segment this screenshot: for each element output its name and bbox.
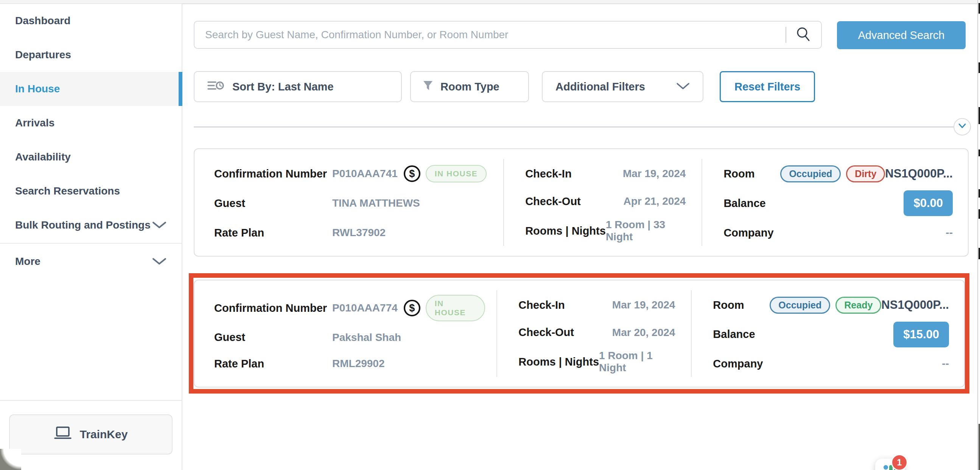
- card-room-column: Room Occupied Ready NS1Q000P... Balance …: [692, 280, 964, 387]
- housekeeping-badge: Ready: [835, 297, 881, 314]
- sidebar-item-availability[interactable]: Availability: [0, 140, 181, 174]
- chevron-down-icon: [152, 257, 167, 266]
- edge-fragment: [978, 248, 980, 259]
- guest-name: Pakshal Shah: [332, 331, 401, 344]
- sidebar-item-label: Bulk Routing and Postings: [15, 219, 151, 231]
- company-value: --: [942, 358, 949, 370]
- occupancy-badge: Occupied: [770, 297, 830, 314]
- trainkey-label: TrainKey: [80, 428, 128, 441]
- check-in-date: Mar 19, 2024: [623, 168, 686, 180]
- rate-plan-row: Rate Plan RML29902: [214, 354, 485, 374]
- balance-button[interactable]: $15.00: [893, 322, 949, 347]
- edge-fragment: [978, 3, 980, 14]
- window-corner: [0, 449, 21, 470]
- rooms-nights-row: Rooms | Nights 1 Room | 1 Night: [519, 350, 675, 374]
- rate-plan-value: RWL37902: [332, 227, 385, 239]
- sidebar-item-label: Departures: [15, 49, 71, 61]
- filter-funnel-icon: [422, 80, 434, 94]
- sort-by-label: Sort By: Last Name: [232, 81, 334, 93]
- sidebar-bottom-divider: [0, 400, 181, 401]
- edge-fragment: [978, 62, 980, 73]
- sidebar-item-label: Availability: [15, 151, 71, 163]
- guest-row: Guest Pakshal Shah: [214, 327, 485, 348]
- sidebar-item-label: Arrivals: [15, 117, 54, 129]
- sidebar-item-bulk-routing[interactable]: Bulk Routing and Postings: [0, 208, 181, 242]
- check-out-row: Check-Out Apr 21, 2024: [525, 191, 686, 212]
- card-dates-column: Check-In Mar 19, 2024 Check-Out Apr 21, …: [504, 149, 702, 256]
- check-out-label: Check-Out: [519, 326, 574, 339]
- sidebar-item-search-reservations[interactable]: Search Reservations: [0, 174, 181, 208]
- balance-label: Balance: [724, 197, 765, 210]
- notification-badge: 1: [891, 454, 908, 470]
- confirmation-row: Confirmation Number P010AAA741 $ IN HOUS…: [214, 164, 492, 184]
- search-bar: [194, 21, 822, 49]
- room-label: Room: [724, 168, 780, 180]
- rooms-nights-label: Rooms | Nights: [519, 356, 599, 368]
- company-label: Company: [713, 358, 763, 370]
- sidebar-item-label: Search Reservations: [15, 185, 120, 197]
- check-in-row: Check-In Mar 19, 2024: [525, 164, 686, 184]
- dollar-circle-icon[interactable]: $: [404, 166, 420, 182]
- sidebar: Dashboard Departures In House Arrivals A…: [0, 4, 182, 470]
- confirmation-label: Confirmation Number: [214, 302, 332, 314]
- rate-plan-label: Rate Plan: [214, 358, 332, 370]
- guest-name: TINA MATTHEWS: [332, 197, 420, 209]
- sort-by-button[interactable]: Sort By: Last Name: [194, 71, 402, 102]
- chevron-down-icon: [152, 221, 167, 229]
- sidebar-item-dashboard[interactable]: Dashboard: [0, 4, 181, 38]
- occupancy-badge: Occupied: [780, 166, 841, 182]
- company-row: Company --: [724, 223, 953, 243]
- sidebar-item-arrivals[interactable]: Arrivals: [0, 106, 181, 140]
- confirmation-label: Confirmation Number: [214, 168, 332, 180]
- reset-filters-label: Reset Filters: [735, 81, 800, 93]
- reservation-card[interactable]: Confirmation Number P010AAA741 $ IN HOUS…: [194, 148, 969, 257]
- edge-fragment: [978, 209, 980, 219]
- room-type-button[interactable]: Room Type: [410, 71, 529, 102]
- reset-filters-button[interactable]: Reset Filters: [720, 71, 815, 102]
- balance-button[interactable]: $0.00: [904, 190, 953, 216]
- confirmation-number: P010AAA774: [332, 302, 398, 314]
- room-number: NS1Q000P...: [881, 298, 949, 312]
- room-type-label: Room Type: [441, 81, 500, 93]
- laptop-icon: [54, 426, 72, 443]
- status-badge: IN HOUSE: [426, 165, 487, 182]
- dollar-circle-icon[interactable]: $: [404, 300, 420, 316]
- housekeeping-badge: Dirty: [846, 166, 885, 182]
- search-icon[interactable]: [795, 26, 811, 43]
- rooms-nights-value: 1 Room | 1 Night: [599, 350, 675, 374]
- rate-plan-value: RML29902: [332, 358, 385, 370]
- check-out-date: Apr 21, 2024: [623, 195, 686, 207]
- sidebar-item-label: Dashboard: [15, 15, 70, 27]
- rate-plan-label: Rate Plan: [214, 227, 332, 239]
- search-input[interactable]: [204, 29, 782, 41]
- guest-label: Guest: [214, 197, 332, 210]
- check-out-label: Check-Out: [525, 195, 581, 208]
- edge-fragment: [978, 424, 980, 470]
- room-number: NS1Q000P...: [885, 167, 953, 180]
- card-guest-column: Confirmation Number P010AAA741 $ IN HOUS…: [194, 149, 503, 256]
- confirmation-row: Confirmation Number P010AAA774 $ IN HOUS…: [214, 295, 485, 321]
- trainkey-button[interactable]: TrainKey: [9, 414, 173, 454]
- reservation-card[interactable]: Confirmation Number P010AAA774 $ IN HOUS…: [194, 280, 965, 387]
- room-row: Room Occupied Ready NS1Q000P...: [713, 295, 949, 315]
- edge-fragment: [978, 107, 980, 124]
- status-badge: IN HOUSE: [426, 295, 485, 321]
- company-row: Company --: [713, 354, 949, 374]
- search-divider: [786, 27, 786, 43]
- sidebar-item-departures[interactable]: Departures: [0, 38, 181, 72]
- balance-label: Balance: [713, 328, 755, 341]
- sidebar-item-in-house[interactable]: In House: [0, 72, 181, 106]
- results-divider: [194, 126, 954, 127]
- advanced-search-button[interactable]: Advanced Search: [837, 21, 966, 49]
- company-label: Company: [724, 227, 773, 239]
- rooms-nights-row: Rooms | Nights 1 Room | 33 Night: [525, 219, 686, 243]
- check-in-date: Mar 19, 2024: [612, 299, 675, 311]
- collapse-toggle[interactable]: [953, 118, 971, 135]
- additional-filters-dropdown[interactable]: Additional Filters: [542, 71, 703, 102]
- edge-fragment: [978, 150, 980, 156]
- card-room-column: Room Occupied Dirty NS1Q000P... Balance …: [702, 149, 968, 256]
- chevron-down-icon: [958, 123, 967, 131]
- check-in-label: Check-In: [525, 168, 571, 180]
- sidebar-item-more[interactable]: More: [0, 244, 181, 279]
- rooms-nights-value: 1 Room | 33 Night: [606, 219, 686, 243]
